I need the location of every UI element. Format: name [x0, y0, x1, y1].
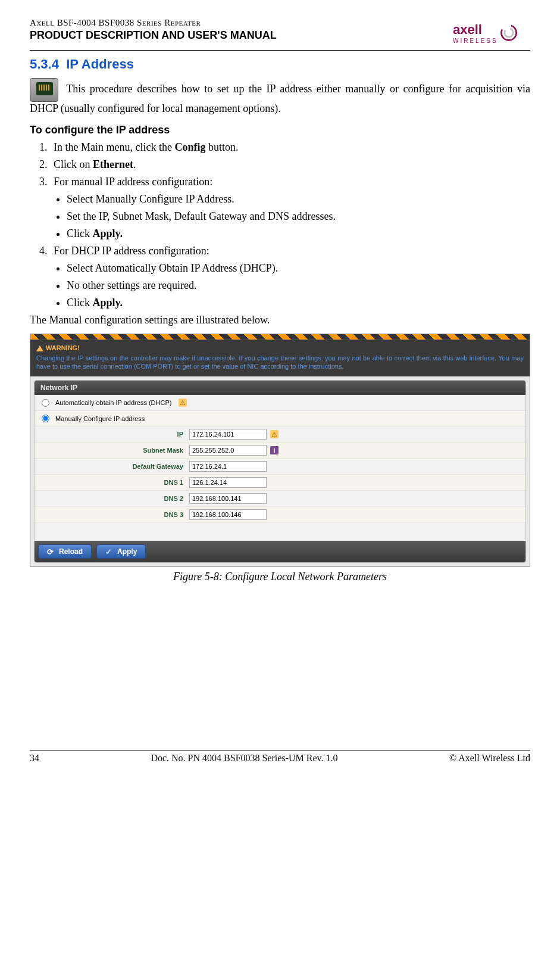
field-row-dns2: DNS 2	[35, 491, 525, 507]
label-dns1: DNS 1	[35, 479, 189, 486]
warning-stripe	[30, 334, 530, 340]
step-3-sub-3: Click Apply.	[67, 228, 530, 240]
reload-button[interactable]: Reload	[38, 544, 92, 559]
page-footer: 34 Doc. No. PN 4004 BSF0038 Series-UM Re…	[30, 750, 530, 764]
reload-button-label: Reload	[59, 547, 83, 556]
radio-manual[interactable]	[42, 415, 49, 422]
field-row-gateway: Default Gateway	[35, 459, 525, 475]
svg-point-0	[501, 25, 516, 40]
field-row-dns3: DNS 3	[35, 507, 525, 523]
header-divider	[30, 50, 530, 51]
config-screenshot: WARNING! Changing the IP settings on the…	[30, 334, 530, 567]
page-header: Axell BSF-4004 BSF0038 Series Repeater P…	[30, 18, 530, 48]
footer-copyright: © Axell Wireless Ltd	[449, 753, 530, 764]
label-gateway: Default Gateway	[35, 463, 189, 470]
procedure-steps: In the Main menu, click the Config butto…	[30, 141, 530, 309]
logo-subtext: WIRELESS	[453, 38, 498, 44]
warning-title-row: WARNING!	[36, 344, 524, 352]
footer-divider	[30, 750, 530, 750]
axell-logo: axell WIRELESS	[453, 18, 530, 48]
step-4: For DHCP IP address configuration: Selec…	[50, 245, 530, 309]
panel-body: Automatically obtain IP address (DHCP) ⚠…	[35, 395, 525, 541]
reload-icon	[47, 547, 55, 556]
radio-dhcp[interactable]	[42, 399, 49, 407]
dhcp-warning-icon: ⚠	[179, 398, 187, 407]
post-list-text: The Manual configuration settings are il…	[30, 314, 530, 326]
input-dns3[interactable]	[189, 509, 267, 520]
footer-page: 34	[30, 753, 39, 764]
input-dns1[interactable]	[189, 477, 267, 488]
checkmark-icon	[105, 547, 114, 556]
step-4-sub-3: Click Apply.	[67, 297, 530, 309]
ethernet-port-icon	[30, 78, 58, 102]
network-ip-panel: Network IP Automatically obtain IP addre…	[34, 380, 526, 563]
figure-caption: Figure 5-8: Configure Local Network Para…	[30, 571, 530, 583]
step-3: For manual IP address configuration: Sel…	[50, 176, 530, 240]
radio-manual-label: Manually Configure IP address	[55, 415, 145, 422]
radio-dhcp-label: Automatically obtain IP address (DHCP)	[55, 399, 171, 406]
intro-text: This procedure describes how to set up t…	[30, 83, 530, 114]
logo-text: axell	[453, 22, 498, 38]
section-number: 5.3.4	[30, 57, 59, 71]
doc-title-line1: Axell BSF-4004 BSF0038 Series Repeater	[30, 18, 453, 28]
step-4-sub-1: Select Automatically Obtain IP Address (…	[67, 262, 530, 275]
radio-manual-row[interactable]: Manually Configure IP address	[35, 411, 525, 426]
input-ip[interactable]	[189, 429, 267, 440]
field-row-dns1: DNS 1	[35, 475, 525, 491]
warning-triangle-icon	[36, 345, 43, 351]
panel-header: Network IP	[35, 381, 525, 395]
step-3-sublist: Select Manually Configure IP Address. Se…	[54, 193, 530, 240]
label-ip: IP	[35, 431, 189, 438]
step-3-sub-1: Select Manually Configure IP Address.	[67, 193, 530, 205]
label-dns3: DNS 3	[35, 511, 189, 518]
step-2: Click on Ethernet.	[50, 158, 530, 171]
logo-swirl-icon	[498, 22, 520, 43]
label-subnet: Subnet Mask	[35, 447, 189, 454]
ip-warning-icon: ⚠	[270, 430, 279, 438]
input-gateway[interactable]	[189, 461, 267, 472]
step-4-sublist: Select Automatically Obtain IP Address (…	[54, 262, 530, 309]
procedure-subheading: To configure the IP address	[30, 124, 530, 136]
header-titles: Axell BSF-4004 BSF0038 Series Repeater P…	[30, 18, 453, 42]
input-subnet[interactable]	[189, 445, 267, 456]
svg-point-1	[504, 29, 512, 37]
footer-row: 34 Doc. No. PN 4004 BSF0038 Series-UM Re…	[30, 753, 530, 764]
apply-button-label: Apply	[117, 547, 137, 556]
section-heading: 5.3.4 IP Address	[30, 57, 530, 72]
warning-text: Changing the IP settings on the controll…	[36, 354, 524, 371]
intro-paragraph: This procedure describes how to set up t…	[30, 78, 530, 116]
step-4-sub-2: No other settings are required.	[67, 279, 530, 292]
step-3-sub-2: Set the IP, Subnet Mask, Default Gateway…	[67, 210, 530, 223]
radio-dhcp-row[interactable]: Automatically obtain IP address (DHCP) ⚠	[35, 395, 525, 411]
subnet-info-icon: i	[270, 446, 279, 454]
button-bar: Reload Apply	[35, 541, 525, 562]
step-1: In the Main menu, click the Config butto…	[50, 141, 530, 154]
panel-spacer	[35, 523, 525, 541]
apply-button[interactable]: Apply	[96, 544, 146, 559]
warning-title: WARNING!	[46, 344, 80, 352]
warning-box: WARNING! Changing the IP settings on the…	[30, 340, 530, 376]
field-row-ip: IP ⚠	[35, 426, 525, 443]
input-dns2[interactable]	[189, 493, 267, 504]
label-dns2: DNS 2	[35, 495, 189, 502]
doc-title-line2: PRODUCT DESCRIPTION AND USER'S MANUAL	[30, 29, 453, 42]
footer-doc: Doc. No. PN 4004 BSF0038 Series-UM Rev. …	[151, 753, 337, 764]
section-title: IP Address	[66, 57, 134, 71]
field-row-subnet: Subnet Mask i	[35, 443, 525, 459]
